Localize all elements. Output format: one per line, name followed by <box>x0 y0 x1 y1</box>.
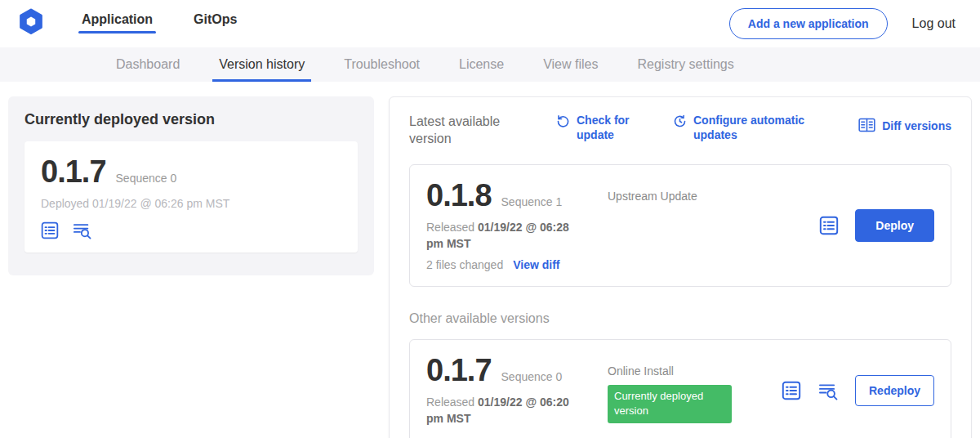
file-search-icon[interactable] <box>817 382 839 400</box>
check-for-update-label: Check for update <box>577 114 635 142</box>
subnav-item-version-history[interactable]: Version history <box>199 47 324 82</box>
currently-deployed-title: Currently deployed version <box>24 111 358 128</box>
latest-version-card: 0.1.8 Sequence 1 Released 01/19/22 @ 06:… <box>409 164 951 288</box>
subnav-item-license[interactable]: License <box>439 47 523 82</box>
app-logo <box>18 9 46 38</box>
currently-deployed-panel: Currently deployed version 0.1.7 Sequenc… <box>8 96 374 275</box>
diff-versions-button[interactable]: Diff versions <box>858 117 951 136</box>
deployed-date-text: Deployed 01/19/22 @ 06:26 pm MST <box>41 197 341 210</box>
other-version-card: 0.1.7 Sequence 0 Released 01/19/22 @ 06:… <box>409 339 951 438</box>
add-application-button[interactable]: Add a new application <box>729 8 888 39</box>
configure-automatic-updates-button[interactable]: Configure automatic updates <box>673 114 808 142</box>
diff-versions-icon <box>858 117 875 136</box>
currently-deployed-badge: Currently deployed version <box>608 385 732 422</box>
other-sequence-label: Sequence 0 <box>501 370 563 383</box>
deployed-version-card: 0.1.7 Sequence 0 Deployed 01/19/22 @ 06:… <box>24 141 358 253</box>
files-changed-text: 2 files changed <box>426 258 503 271</box>
deployed-version-number: 0.1.7 <box>41 156 106 187</box>
other-released-text: Released 01/19/22 @ 06:20 pm MST <box>426 394 583 427</box>
main-content: Currently deployed version 0.1.7 Sequenc… <box>0 82 980 438</box>
deployed-sequence-label: Sequence 0 <box>116 172 177 185</box>
deploy-button[interactable]: Deploy <box>855 209 934 242</box>
other-version-number: 0.1.7 <box>426 355 492 386</box>
app-subnav: Dashboard Version history Troubleshoot L… <box>0 47 980 82</box>
available-versions-panel: Latest available version Check for updat… <box>389 96 972 438</box>
other-available-versions-heading: Other available versions <box>409 311 951 326</box>
auto-update-icon <box>673 114 687 132</box>
latest-available-title: Latest available version <box>409 114 517 148</box>
subnav-item-registry-settings[interactable]: Registry settings <box>617 47 753 82</box>
redeploy-button[interactable]: Redeploy <box>855 375 934 406</box>
checklist-icon[interactable] <box>41 221 59 239</box>
logout-button[interactable]: Log out <box>912 16 956 31</box>
diff-versions-label: Diff versions <box>882 119 951 134</box>
replicated-logo-icon <box>18 8 44 39</box>
subnav-item-view-files[interactable]: View files <box>523 47 617 82</box>
latest-released-text: Released 01/19/22 @ 06:28 pm MST <box>426 219 583 253</box>
file-search-icon[interactable] <box>72 221 92 239</box>
check-for-update-button[interactable]: Check for update <box>556 114 635 142</box>
tab-gitops[interactable]: GitOps <box>192 7 238 40</box>
checklist-icon[interactable] <box>782 381 801 400</box>
latest-sequence-label: Sequence 1 <box>501 195 563 208</box>
tab-application[interactable]: Application <box>80 7 154 40</box>
released-label: Released <box>426 221 474 234</box>
configure-automatic-updates-label: Configure automatic updates <box>693 114 808 142</box>
checklist-icon[interactable] <box>819 216 839 235</box>
refresh-icon <box>556 114 570 132</box>
top-navbar: Application GitOps Add a new application… <box>0 0 980 47</box>
released-label: Released <box>426 396 474 409</box>
latest-source-label: Upstream Update <box>599 180 813 272</box>
subnav-item-dashboard[interactable]: Dashboard <box>96 47 199 82</box>
view-diff-link[interactable]: View diff <box>513 258 559 271</box>
latest-version-number: 0.1.8 <box>426 180 492 211</box>
other-source-label: Online Install <box>608 364 768 378</box>
subnav-item-troubleshoot[interactable]: Troubleshoot <box>324 47 439 82</box>
